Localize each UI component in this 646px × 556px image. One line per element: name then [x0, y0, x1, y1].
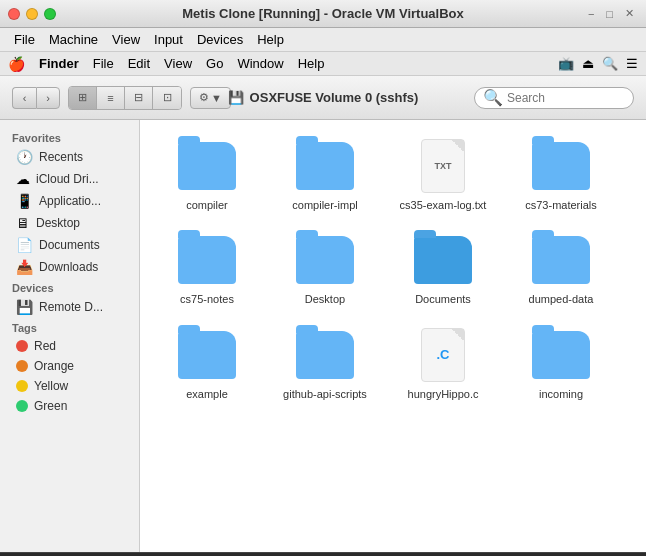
macos-menu-window[interactable]: Window	[231, 54, 289, 73]
macos-menubar: 🍎 Finder File Edit View Go Window Help 📺…	[0, 52, 646, 76]
view-coverflow-button[interactable]: ⊡	[153, 87, 181, 109]
folder-shape	[178, 142, 236, 190]
folder-icon-cs75	[175, 232, 239, 288]
sidebar-item-recents[interactable]: 🕐 Recents	[4, 146, 135, 168]
vbox-menubar: File Machine View Input Devices Help	[0, 28, 646, 52]
apple-icon[interactable]: 🍎	[8, 56, 25, 72]
file-row-3: example github-api-scripts .C hungryHipp…	[152, 321, 634, 407]
file-name-documents: Documents	[415, 292, 471, 306]
sidebar-item-red[interactable]: Red	[4, 336, 135, 356]
search-icon[interactable]: 🔍	[602, 56, 618, 71]
folder-shape	[414, 236, 472, 284]
macos-menu-help[interactable]: Help	[292, 54, 331, 73]
yellow-tag-label: Yellow	[34, 379, 68, 393]
file-row-1: compiler compiler-impl TXT cs35-exam-log…	[152, 132, 634, 218]
sidebar-item-desktop[interactable]: 🖥 Desktop	[4, 212, 135, 234]
macos-menu-view[interactable]: View	[158, 54, 198, 73]
macos-menu-file[interactable]: File	[87, 54, 120, 73]
eject-icon[interactable]: ⏏	[582, 56, 594, 71]
file-item-cs75[interactable]: cs75-notes	[152, 226, 262, 312]
desktop-icon: 🖥	[16, 215, 30, 231]
tags-heading: Tags	[0, 318, 139, 336]
macos-menu-edit[interactable]: Edit	[122, 54, 156, 73]
folder-icon-compiler-impl	[293, 138, 357, 194]
close-button[interactable]	[8, 8, 20, 20]
search-input[interactable]	[507, 91, 625, 105]
menu-icon[interactable]: ☰	[626, 56, 638, 71]
file-item-cs35[interactable]: TXT cs35-exam-log.txt	[388, 132, 498, 218]
recents-label: Recents	[39, 150, 83, 164]
sidebar: Favorites 🕐 Recents ☁ iCloud Dri... 📱 Ap…	[0, 120, 140, 552]
folder-shape	[296, 236, 354, 284]
icloud-icon: ☁	[16, 171, 30, 187]
folder-shape	[532, 236, 590, 284]
sidebar-item-green[interactable]: Green	[4, 396, 135, 416]
file-item-documents[interactable]: Documents	[388, 226, 498, 312]
sidebar-item-yellow[interactable]: Yellow	[4, 376, 135, 396]
view-list-button[interactable]: ≡	[97, 87, 125, 109]
file-item-incoming[interactable]: incoming	[506, 321, 616, 407]
file-item-compiler-impl[interactable]: compiler-impl	[270, 132, 380, 218]
file-item-example[interactable]: example	[152, 321, 262, 407]
green-tag-icon	[16, 400, 28, 412]
sidebar-item-applications[interactable]: 📱 Applicatio...	[4, 190, 135, 212]
icloud-label: iCloud Dri...	[36, 172, 99, 186]
nav-back-button[interactable]: ‹	[12, 87, 36, 109]
file-name-example: example	[186, 387, 228, 401]
finder-window-title: 💾 OSXFUSE Volume 0 (sshfs)	[228, 90, 419, 105]
devices-heading: Devices	[0, 278, 139, 296]
sidebar-item-remote[interactable]: 💾 Remote D...	[4, 296, 135, 318]
dock-bar: 🔍 🌐 🚀 🎯 📅 ⚡ 📷 🗂 🌈 💬 🎵 📱 🛍 🌀 ⚙ 📺 🖥 💾 🔊 ⌨ …	[0, 552, 646, 556]
vbox-menu-devices[interactable]: Devices	[191, 30, 249, 49]
search-box[interactable]: 🔍	[474, 87, 634, 109]
vbox-menu-input[interactable]: Input	[148, 30, 189, 49]
vbox-menu-help[interactable]: Help	[251, 30, 290, 49]
documents-icon: 📄	[16, 237, 33, 253]
folder-shape	[296, 142, 354, 190]
macos-menu-go[interactable]: Go	[200, 54, 229, 73]
folder-icon-desktop	[293, 232, 357, 288]
screen-share-icon[interactable]: 📺	[558, 56, 574, 71]
finder-toolbar: ‹ › ⊞ ≡ ⊟ ⊡ ⚙ ▼ 💾 OSXFUSE Volume 0 (sshf…	[0, 76, 646, 120]
sidebar-item-orange[interactable]: Orange	[4, 356, 135, 376]
file-name-desktop: Desktop	[305, 292, 345, 306]
file-item-hungry-hippo[interactable]: .C hungryHippo.c	[388, 321, 498, 407]
orange-tag-label: Orange	[34, 359, 74, 373]
recents-icon: 🕐	[16, 149, 33, 165]
vbox-menu-view[interactable]: View	[106, 30, 146, 49]
folder-icon-cs73	[529, 138, 593, 194]
folder-shape	[296, 331, 354, 379]
devices-section: Devices 💾 Remote D...	[0, 278, 139, 318]
vbox-menu-machine[interactable]: Machine	[43, 30, 104, 49]
file-item-dumped-data[interactable]: dumped-data	[506, 226, 616, 312]
file-name-cs73: cs73-materials	[525, 198, 597, 212]
nav-forward-button[interactable]: ›	[36, 87, 60, 109]
folder-shape	[532, 331, 590, 379]
resize-icon[interactable]: □	[602, 6, 617, 22]
file-item-cs73[interactable]: cs73-materials	[506, 132, 616, 218]
file-item-desktop[interactable]: Desktop	[270, 226, 380, 312]
action-button[interactable]: ⚙ ▼	[190, 87, 231, 109]
txt-icon-cs35: TXT	[411, 138, 475, 194]
file-name-github: github-api-scripts	[283, 387, 367, 401]
nav-buttons: ‹ ›	[12, 87, 60, 109]
volume-icon: 💾	[228, 90, 244, 105]
minimize-button[interactable]	[26, 8, 38, 20]
view-icon-button[interactable]: ⊞	[69, 87, 97, 109]
sidebar-item-downloads[interactable]: 📥 Downloads	[4, 256, 135, 278]
vbox-menu-file[interactable]: File	[8, 30, 41, 49]
sidebar-item-icloud[interactable]: ☁ iCloud Dri...	[4, 168, 135, 190]
view-column-button[interactable]: ⊟	[125, 87, 153, 109]
folder-shape	[532, 142, 590, 190]
window-controls[interactable]	[8, 8, 56, 20]
file-item-github[interactable]: github-api-scripts	[270, 321, 380, 407]
sidebar-item-documents[interactable]: 📄 Documents	[4, 234, 135, 256]
restore-icon[interactable]: −	[584, 6, 598, 22]
finder-app-name[interactable]: Finder	[33, 54, 85, 73]
file-item-compiler[interactable]: compiler	[152, 132, 262, 218]
folder-icon-compiler	[175, 138, 239, 194]
remote-disk-icon: 💾	[16, 299, 33, 315]
maximize-button[interactable]	[44, 8, 56, 20]
window-close-icon[interactable]: ✕	[621, 5, 638, 22]
c-icon-hungry-hippo: .C	[411, 327, 475, 383]
